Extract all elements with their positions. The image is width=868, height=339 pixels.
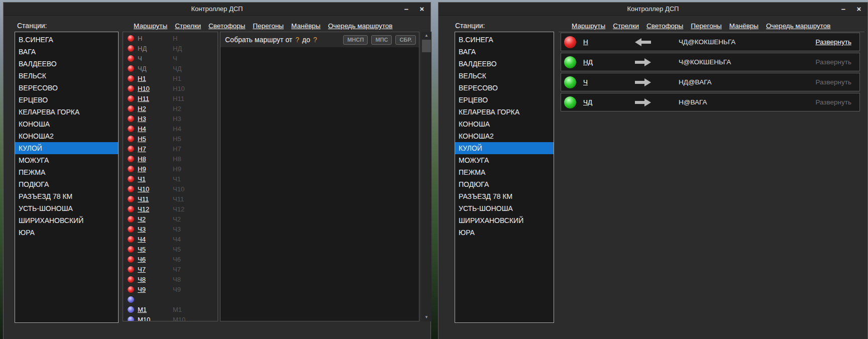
signal-link[interactable]: Ч8 [138, 276, 173, 283]
route-to-placeholder[interactable]: ? [312, 36, 318, 44]
nav-link[interactable]: Светофоры [208, 22, 245, 30]
station-list-item[interactable]: В.СИНЕГА [15, 34, 118, 46]
station-list[interactable]: В.СИНЕГА ВАГА ВАЛДЕЕВО ВЕЛЬСК ВЕРЕСОВО Е… [15, 32, 119, 323]
signal-link[interactable]: Н4 [138, 125, 173, 133]
signal-link[interactable]: Н5 [138, 135, 173, 143]
signal-link[interactable]: Ч9 [138, 286, 173, 293]
station-list-item[interactable]: ВЕРЕСОВО [15, 82, 118, 94]
signal-link[interactable]: Ч [138, 55, 173, 62]
station-list-item[interactable]: РАЗЪЕЗД 78 КМ [15, 190, 118, 202]
expand-link[interactable]: Развернуть [815, 38, 851, 46]
nav-link[interactable]: Очередь маршрутов [328, 22, 392, 30]
signal-link[interactable]: Ч12 [138, 205, 173, 213]
nav-link[interactable]: Манёвры [291, 22, 320, 30]
station-list-item[interactable]: ШИРИХАНОВСКИЙ [455, 214, 554, 227]
station-list-item[interactable]: ЮРА [455, 227, 554, 239]
station-list-item[interactable]: КЕЛАРЕВА ГОРКА [15, 106, 118, 118]
station-list-item[interactable]: ВЕЛЬСК [455, 70, 554, 82]
signal-link[interactable]: Н11 [138, 95, 173, 102]
signal-link[interactable]: Н8 [138, 155, 173, 163]
route-action-button[interactable]: МПС [371, 35, 392, 45]
signal-link[interactable]: Ч6 [138, 256, 173, 263]
station-list-item[interactable]: КОНОША [15, 118, 118, 130]
signal-link[interactable]: М1 [138, 306, 173, 313]
signal-link[interactable]: ЧД [138, 65, 173, 72]
signal-link[interactable]: Н9 [138, 165, 173, 173]
scroll-down-icon[interactable]: ▼ [421, 313, 431, 321]
station-list-item[interactable]: ВЕЛЬСК [15, 70, 118, 82]
signal-link[interactable]: Ч4 [138, 236, 173, 243]
station-list[interactable]: В.СИНЕГА ВАГА ВАЛДЕЕВО ВЕЛЬСК ВЕРЕСОВО Е… [455, 32, 554, 323]
signal-link[interactable]: Ч10 [138, 185, 173, 193]
nav-link[interactable]: Манёвры [729, 22, 758, 30]
station-list-item[interactable]: КОНОША [455, 118, 554, 130]
station-list-item[interactable]: УСТЬ-ШОНОША [15, 202, 118, 214]
signal-link[interactable]: Н7 [138, 145, 173, 153]
station-list-item[interactable]: КОНОША2 [455, 130, 554, 142]
close-icon[interactable]: × [418, 5, 425, 13]
station-list-item[interactable]: В.СИНЕГА [455, 34, 554, 46]
scrollbar[interactable]: ▲ ▼ [421, 32, 431, 321]
signal-link[interactable]: Ч5 [138, 246, 173, 253]
scroll-up-icon[interactable]: ▲ [421, 32, 431, 39]
signal-link[interactable]: Н10 [138, 85, 173, 92]
scrollbar-thumb[interactable] [422, 40, 431, 52]
station-list-item[interactable]: МОЖУГА [15, 154, 118, 166]
station-list-item[interactable]: ВАГА [455, 46, 554, 58]
signal-list[interactable]: Н Н НД НД Ч Ч ЧД ЧД Н1 [123, 32, 218, 321]
close-icon[interactable]: × [855, 5, 862, 13]
station-list-item[interactable]: ЕРЦЕВО [455, 94, 554, 106]
signal-link[interactable]: Ч7 [138, 266, 173, 273]
nav-link[interactable]: Очередь маршрутов [766, 22, 830, 30]
station-list-item[interactable]: ПОДЮГА [455, 178, 554, 190]
nav-link[interactable]: Маршруты [572, 22, 605, 30]
nav-link[interactable]: Перегоны [253, 22, 284, 30]
nav-link[interactable]: Маршруты [134, 22, 167, 30]
signal-link[interactable]: Ч3 [138, 225, 173, 233]
station-list-item[interactable]: ЕРЦЕВО [15, 94, 118, 106]
station-list-item[interactable]: ЮРА [15, 227, 118, 239]
station-list-item[interactable]: КУЛОЙ [455, 142, 554, 154]
nav-link[interactable]: Светофоры [646, 22, 683, 30]
route-from-placeholder[interactable]: ? [294, 36, 300, 44]
titlebar[interactable]: Контроллер ДСП – × [439, 3, 867, 16]
station-list-item[interactable]: ПЕЖМА [455, 166, 554, 178]
station-list-item[interactable]: КУЛОЙ [15, 142, 118, 154]
station-list-item[interactable]: УСТЬ-ШОНОША [455, 202, 554, 214]
signal-link[interactable]: Ч2 [138, 215, 173, 223]
expand-link[interactable]: Развернуть [815, 58, 851, 66]
station-list-item[interactable]: ВЕРЕСОВО [455, 82, 554, 94]
signal-link[interactable]: Ч1 [138, 175, 173, 183]
expand-link[interactable]: Развернуть [815, 98, 851, 106]
signal-link[interactable]: Ч11 [138, 195, 173, 203]
station-list-item[interactable]: КОНОША2 [15, 130, 118, 142]
signal-link[interactable]: Н2 [138, 105, 173, 112]
station-list-item[interactable]: ПЕЖМА [15, 166, 118, 178]
signal-link[interactable]: Н1 [138, 75, 173, 82]
station-list-item[interactable]: ШИРИХАНОВСКИЙ [15, 214, 118, 227]
station-list-item[interactable]: ВАЛДЕЕВО [15, 58, 118, 70]
signal-link[interactable]: Н3 [138, 115, 173, 123]
stage-signal-link[interactable]: Ч [583, 78, 629, 86]
route-action-button[interactable]: МНСП [343, 35, 368, 45]
station-list-item[interactable]: ВАГА [15, 46, 118, 58]
signal-link[interactable]: НД [138, 45, 173, 52]
nav-link[interactable]: Перегоны [691, 22, 722, 30]
nav-link[interactable]: Стрелки [613, 22, 639, 30]
nav-link[interactable]: Стрелки [175, 22, 201, 30]
signal-link[interactable]: М10 [138, 316, 173, 322]
station-list-item[interactable]: МОЖУГА [455, 154, 554, 166]
stage-signal-link[interactable]: Н [583, 38, 629, 46]
route-action-button[interactable]: СБР. [395, 35, 416, 45]
station-list-item[interactable]: РАЗЪЕЗД 78 КМ [455, 190, 554, 202]
stage-signal-link[interactable]: ЧД [583, 98, 629, 106]
expand-link[interactable]: Развернуть [815, 78, 851, 86]
titlebar[interactable]: Контроллер ДСП – × [4, 3, 430, 16]
station-list-item[interactable]: ПОДЮГА [15, 178, 118, 190]
minimize-icon[interactable]: – [403, 5, 410, 13]
signal-link[interactable]: Н [138, 35, 173, 42]
stage-signal-link[interactable]: НД [583, 58, 629, 66]
station-list-item[interactable]: КЕЛАРЕВА ГОРКА [455, 106, 554, 118]
station-list-item[interactable]: ВАЛДЕЕВО [455, 58, 554, 70]
minimize-icon[interactable]: – [840, 5, 847, 13]
